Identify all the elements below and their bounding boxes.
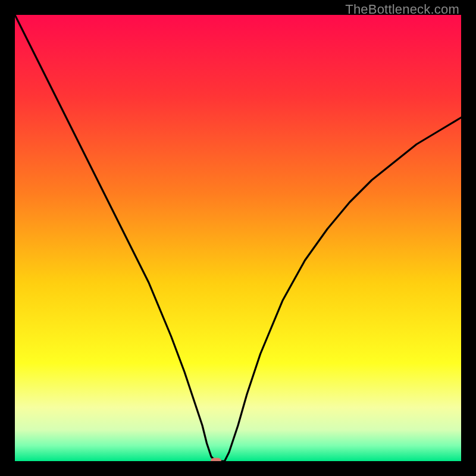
chart-frame: TheBottleneck.com bbox=[0, 0, 476, 476]
watermark-text: TheBottleneck.com bbox=[345, 2, 459, 17]
plot-area bbox=[15, 15, 461, 461]
bottleneck-curve bbox=[15, 15, 461, 461]
optimum-marker bbox=[211, 458, 221, 462]
